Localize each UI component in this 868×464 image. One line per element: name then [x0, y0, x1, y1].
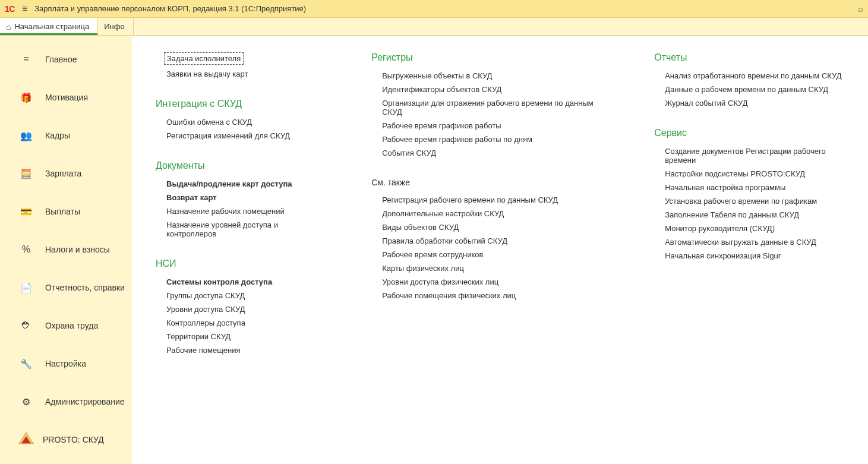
window-title: Зарплата и управление персоналом КОРП, р… — [34, 4, 306, 13]
sidebar-icon-5: % — [18, 244, 34, 255]
link-item[interactable]: Уровни доступа физических лиц — [371, 277, 607, 291]
sidebar-item-0[interactable]: ≡Главное — [0, 40, 132, 78]
tab-partial-label: Инфо — [104, 22, 124, 31]
hamburger-icon[interactable]: ≡ — [22, 4, 27, 14]
title-bar: 1С ≡ Зарплата и управление персоналом КО… — [0, 0, 868, 18]
sidebar-label-5: Налоги и взносы — [45, 245, 110, 254]
home-icon: ⌂ — [6, 22, 11, 31]
link-item[interactable]: Организации для отражения рабочего време… — [371, 99, 607, 121]
sidebar-item-2[interactable]: 👥Кадры — [0, 116, 132, 154]
link-item[interactable]: Территории СКУД — [156, 332, 324, 346]
tab-home-label: Начальная страница — [14, 22, 89, 31]
sidebar-icon-1: 🎁 — [18, 92, 34, 103]
heading-registers: Регистры — [371, 52, 607, 63]
link-item[interactable]: Рабочие помещения — [156, 346, 324, 359]
link-item[interactable]: Выдача/продление карт доступа — [156, 179, 324, 193]
sidebar-label-9: Администрирование — [45, 397, 125, 406]
link-item[interactable]: Заявки на выдачу карт — [156, 70, 324, 83]
sidebar-icon-3: 🧮 — [18, 168, 34, 179]
link-item[interactable]: Создание документов Регистрации рабочего… — [654, 147, 851, 169]
sidebar-icon-6: 📄 — [18, 282, 34, 293]
link-item[interactable]: Рабочее время графиков работы по дням — [371, 135, 607, 149]
sidebar-item-5[interactable]: %Налоги и взносы — [0, 231, 132, 269]
tab-home[interactable]: ⌂ Начальная страница — [0, 18, 98, 35]
sidebar-icon-2: 👥 — [18, 130, 34, 141]
tab-strip: ⌂ Начальная страница Инфо — [0, 18, 868, 36]
link-item[interactable]: Ошибки обмена с СКУД — [156, 118, 324, 131]
link-item[interactable]: Правила обработки событий СКУД — [371, 236, 607, 250]
link-item[interactable]: Заполнение Табеля по данным СКУД — [654, 210, 851, 224]
link-item[interactable]: Монитор руководителя (СКУД) — [654, 224, 851, 238]
heading-reports: Отчеты — [654, 52, 851, 63]
link-item[interactable]: Автоматически выгружать данные в СКУД — [654, 238, 851, 251]
link-item[interactable]: Настройки подсистемы PROSTO:СКУД — [654, 169, 851, 183]
prosto-icon — [18, 431, 34, 448]
sidebar-label-6: Отчетность, справки — [45, 283, 125, 292]
heading-documents: Документы — [156, 160, 324, 171]
heading-see-also: См. также — [371, 178, 607, 187]
sidebar-item-6[interactable]: 📄Отчетность, справки — [0, 269, 132, 307]
link-item[interactable]: События СКУД — [371, 149, 607, 162]
link-item[interactable]: Уровни доступа СКУД — [156, 305, 324, 318]
sidebar-icon-4: 💳 — [18, 206, 34, 217]
link-item[interactable]: Регистрация изменений для СКУД — [156, 131, 324, 145]
link-item[interactable]: Назначение уровней доступа и контроллеро… — [156, 220, 324, 243]
link-item[interactable]: Контроллеры доступа — [156, 318, 324, 332]
sidebar-icon-0: ≡ — [18, 54, 34, 65]
col-3: Отчеты Анализ отработанного времени по д… — [654, 52, 851, 464]
tab-partial[interactable]: Инфо — [98, 18, 133, 35]
link-item[interactable]: Дополнительные настройки СКУД — [371, 209, 607, 223]
link-item[interactable]: Начальная настройка программы — [654, 183, 851, 197]
sidebar-label-4: Выплаты — [45, 207, 80, 216]
sidebar-item-8[interactable]: 🔧Настройка — [0, 345, 132, 383]
link-item[interactable]: Данные о рабочем времени по данным СКУД — [654, 85, 851, 99]
sidebar-item-10[interactable]: PROSTO: СКУД — [0, 421, 132, 459]
heading-integration: Интеграция с СКУД — [156, 99, 324, 109]
link-item[interactable]: Выгруженные объекты в СКУД — [371, 71, 607, 85]
link-item[interactable]: Регистрация рабочего времени по данным С… — [371, 195, 607, 209]
col-1: Задача исполнителяЗаявки на выдачу карт … — [156, 52, 324, 464]
sidebar-label-1: Мотивация — [45, 93, 88, 102]
sidebar-item-9[interactable]: ⚙Администрирование — [0, 383, 132, 421]
sidebar-icon-7: ⛑ — [18, 320, 34, 331]
sidebar-label-10: PROSTO: СКУД — [43, 435, 104, 444]
link-item[interactable]: Системы контроля доступа — [156, 277, 324, 291]
link-item[interactable]: Идентификаторы объектов СКУД — [371, 85, 607, 99]
sidebar-item-7[interactable]: ⛑Охрана труда — [0, 307, 132, 345]
link-item[interactable]: Возврат карт — [156, 193, 324, 207]
heading-service: Сервис — [654, 128, 851, 138]
link-item[interactable]: Виды объектов СКУД — [371, 223, 607, 236]
link-item[interactable]: Рабочее время сотрудников — [371, 250, 607, 264]
link-item[interactable]: Установка рабочего времени по графикам — [654, 197, 851, 210]
main-content: Задача исполнителяЗаявки на выдачу карт … — [132, 36, 868, 464]
sidebar-icon-9: ⚙ — [18, 396, 34, 408]
link-item[interactable]: Начальная синхронизация Sigur — [654, 251, 851, 265]
link-item[interactable]: Журнал событий СКУД — [654, 99, 851, 112]
sidebar-item-1[interactable]: 🎁Мотивация — [0, 78, 132, 116]
link-item[interactable]: Назначение рабочих помещений — [156, 207, 324, 220]
logo-1c: 1С — [5, 4, 15, 14]
search-icon[interactable]: ⌕ — [858, 4, 863, 14]
col-2: Регистры Выгруженные объекты в СКУДИдент… — [371, 52, 607, 464]
link-item[interactable]: Задача исполнителя — [164, 52, 244, 65]
sidebar-label-3: Зарплата — [45, 169, 81, 178]
link-item[interactable]: Рабочее время графиков работы — [371, 121, 607, 135]
sidebar-item-4[interactable]: 💳Выплаты — [0, 192, 132, 231]
sidebar-icon-8: 🔧 — [18, 358, 34, 370]
sidebar-label-8: Настройка — [45, 359, 86, 368]
sidebar-item-3[interactable]: 🧮Зарплата — [0, 154, 132, 192]
sidebar: ≡Главное🎁Мотивация👥Кадры🧮Зарплата💳Выплат… — [0, 36, 132, 464]
link-item[interactable]: Карты физических лиц — [371, 264, 607, 277]
link-item[interactable]: Рабочие помещения физических лиц — [371, 291, 607, 305]
sidebar-label-2: Кадры — [45, 131, 70, 140]
link-item[interactable]: Группы доступа СКУД — [156, 291, 324, 305]
sidebar-label-0: Главное — [45, 55, 77, 64]
heading-nsi: НСИ — [156, 258, 324, 269]
sidebar-label-7: Охрана труда — [45, 321, 98, 330]
link-item[interactable]: Анализ отработанного времени по данным С… — [654, 71, 851, 85]
